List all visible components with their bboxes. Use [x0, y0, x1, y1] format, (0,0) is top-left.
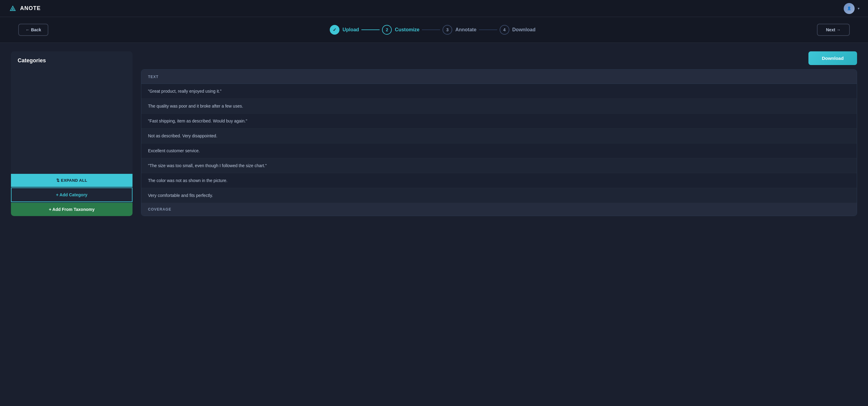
steps-center: ✓ Upload 2 Customize 3 Annotate 4 Downlo…	[330, 25, 535, 35]
step-1-circle: ✓	[330, 25, 339, 35]
table-row: Very comfortable and fits perfectly.	[141, 188, 857, 203]
data-table: TEXT "Great product, really enjoyed usin…	[141, 69, 857, 216]
download-button[interactable]: Download	[808, 51, 857, 65]
table-row: Not as described. Very disappointed.	[141, 129, 857, 144]
categories-title: Categories	[18, 57, 126, 64]
row-text-6: "The size was too small, even though I f…	[148, 163, 267, 168]
row-text-8: Very comfortable and fits perfectly.	[148, 193, 213, 198]
logo-area: ANOTE	[8, 4, 41, 13]
data-panel: Download TEXT "Great product, really enj…	[141, 51, 857, 216]
navbar: ANOTE 👤 ▾	[0, 0, 868, 17]
app-name: ANOTE	[20, 5, 41, 11]
coverage-row: Coverage	[141, 203, 857, 216]
row-text-3: "Fast shipping, item as described. Would…	[148, 119, 247, 123]
column-header-text: TEXT	[148, 75, 159, 79]
row-text-7: The color was not as shown in the pictur…	[148, 178, 227, 183]
connector-2	[422, 29, 440, 30]
step-2-label: Customize	[395, 27, 420, 33]
add-category-button[interactable]: + Add Category	[11, 188, 132, 202]
add-taxonomy-button[interactable]: + Add From Taxonomy	[11, 203, 132, 216]
row-text-4: Not as described. Very disappointed.	[148, 133, 217, 138]
connector-3	[479, 29, 497, 30]
main-content: Categories ⇅ EXPAND ALL + Add Category +…	[0, 43, 868, 225]
row-text-5: Excellent customer service.	[148, 148, 200, 153]
data-panel-header: Download	[141, 51, 857, 65]
table-row: The quality was poor and it broke after …	[141, 99, 857, 114]
expand-all-button[interactable]: ⇅ EXPAND ALL	[11, 174, 132, 187]
table-header-row: TEXT	[141, 70, 857, 84]
user-area[interactable]: 👤 ▾	[844, 3, 860, 14]
categories-panel: Categories ⇅ EXPAND ALL + Add Category +…	[11, 51, 132, 216]
categories-header: Categories	[11, 51, 132, 68]
step-4-circle: 4	[500, 25, 509, 35]
step-1-label: Upload	[343, 27, 359, 33]
steps-bar: ← Back ✓ Upload 2 Customize 3 Annotate 4…	[0, 17, 868, 43]
step-annotate: 3 Annotate	[442, 25, 476, 35]
connector-1	[361, 29, 380, 30]
step-download: 4 Download	[500, 25, 535, 35]
table-row: Excellent customer service.	[141, 144, 857, 158]
avatar[interactable]: 👤	[844, 3, 855, 14]
chevron-down-icon[interactable]: ▾	[858, 6, 860, 11]
step-3-circle: 3	[442, 25, 452, 35]
back-button[interactable]: ← Back	[18, 24, 48, 36]
table-row: "Great product, really enjoyed using it.…	[141, 84, 857, 99]
table-row: The color was not as shown in the pictur…	[141, 173, 857, 188]
step-3-label: Annotate	[455, 27, 476, 33]
coverage-label: Coverage	[148, 207, 172, 212]
row-text-2: The quality was poor and it broke after …	[148, 104, 243, 108]
svg-point-2	[12, 8, 13, 10]
next-button[interactable]: Next →	[817, 24, 850, 36]
row-text-1: "Great product, really enjoyed using it.…	[148, 89, 222, 94]
table-row: "The size was too small, even though I f…	[141, 158, 857, 173]
step-4-label: Download	[513, 27, 535, 33]
step-2-circle: 2	[382, 25, 392, 35]
step-upload: ✓ Upload	[330, 25, 359, 35]
avatar-initials: 👤	[847, 6, 851, 10]
logo-icon	[8, 4, 17, 13]
step-customize: 2 Customize	[382, 25, 420, 35]
table-row: "Fast shipping, item as described. Would…	[141, 114, 857, 129]
categories-body	[11, 68, 132, 174]
